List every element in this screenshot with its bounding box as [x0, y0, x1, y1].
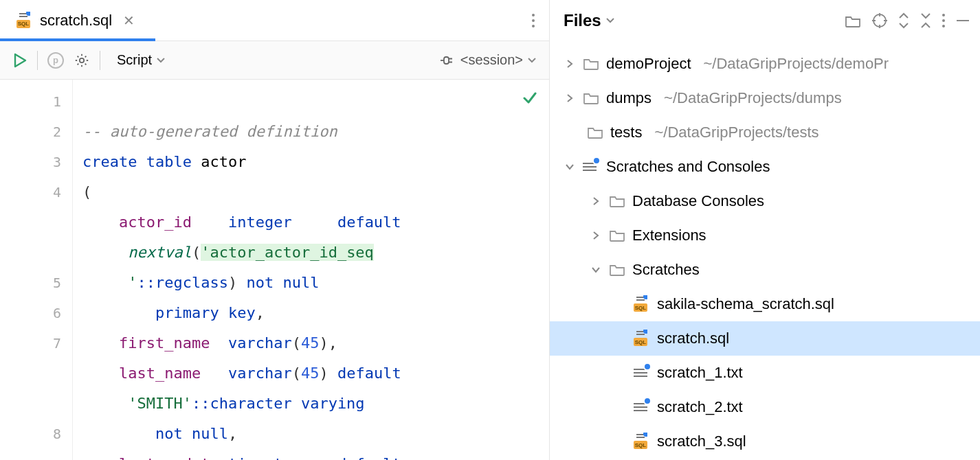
tree-node-file[interactable]: SQL scratch.sql [550, 321, 980, 356]
tree-node-label: sakila-schema_scratch.sql [657, 295, 834, 313]
tree-node-file[interactable]: SQL sakila-schema_scratch.sql [550, 287, 980, 321]
session-label: <session> [460, 52, 523, 68]
tree-node-file[interactable]: scratch_2.txt [550, 390, 980, 424]
tree-node-label: dumps [606, 89, 652, 107]
tree-node-file[interactable]: scratch_1.txt [550, 356, 980, 390]
folder-icon [587, 126, 603, 139]
code-token: , [256, 304, 265, 321]
tree-node-label: tests [610, 124, 642, 141]
code-token: table [146, 153, 192, 170]
expand-collapse-icon[interactable] [898, 12, 910, 30]
editor-toolbar: p Script <ses [0, 41, 549, 80]
chevron-down-icon [527, 57, 537, 64]
target-icon[interactable] [871, 12, 888, 29]
new-directory-icon[interactable] [844, 13, 862, 28]
script-target-dropdown[interactable]: Script [110, 49, 172, 71]
files-title: Files [564, 11, 601, 30]
tree-node-label: scratch.sql [657, 330, 729, 347]
code-token: ' [128, 274, 137, 291]
gutter-line: 4 [0, 177, 72, 207]
code-token: , [328, 334, 337, 352]
svg-point-5 [532, 25, 535, 27]
chevron-down-icon [156, 57, 166, 64]
code-token: ) [228, 274, 237, 291]
chevron-right-icon[interactable] [564, 93, 576, 103]
gutter-line [0, 207, 72, 238]
code-token: default [337, 455, 401, 460]
svg-point-3 [532, 14, 535, 16]
chevron-right-icon[interactable] [590, 196, 602, 206]
code-editor[interactable]: 1 2 3 4 5 6 7 8 -- auto-generated defini… [0, 80, 549, 460]
svg-rect-21 [636, 437, 645, 438]
tree-node-project[interactable]: demoProject ~/DataGripProjects/demoPr [550, 47, 980, 81]
code-token: ( [292, 365, 301, 382]
code-token: last_name [119, 365, 201, 382]
chevron-down-icon[interactable] [590, 266, 602, 274]
code-token: actor_id [119, 214, 192, 231]
code-token: varchar [228, 365, 292, 382]
gear-icon[interactable] [74, 52, 90, 69]
tree-node-folder[interactable]: Database Consoles [550, 184, 980, 218]
plug-icon [438, 54, 456, 67]
analysis-ok-icon[interactable] [522, 89, 538, 106]
editor-tab-scratch[interactable]: SQL scratch.sql ✕ [0, 0, 155, 41]
tree-node-project[interactable]: dumps ~/DataGripProjects/dumps [550, 81, 980, 115]
minimize-icon[interactable] [955, 19, 970, 23]
tree-node-path: ~/DataGripProjects/dumps [664, 89, 842, 107]
tree-node-file[interactable]: SQL scratch_3.sql [550, 424, 980, 459]
tree-node-label: scratch_2.txt [657, 398, 743, 416]
collapse-all-icon[interactable] [920, 12, 932, 30]
code-token: default [337, 365, 401, 382]
gutter-line [0, 238, 72, 268]
files-tree: demoProject ~/DataGripProjects/demoPr du… [550, 41, 980, 459]
tree-node-folder[interactable]: Scratches [550, 253, 980, 287]
files-title-dropdown[interactable]: Files [564, 11, 615, 30]
tree-node-folder[interactable]: Extensions [550, 218, 980, 253]
gutter-line: 1 [0, 87, 72, 117]
gutter-line: 5 [0, 268, 72, 298]
code-token: timestamp [228, 455, 310, 460]
run-icon[interactable] [12, 52, 27, 69]
editor-content[interactable]: -- auto-generated definition create tabl… [73, 80, 549, 460]
code-token: not null [155, 425, 228, 442]
tree-node-label: Scratches and Consoles [606, 158, 770, 176]
svg-rect-18 [636, 334, 645, 335]
chevron-right-icon[interactable] [590, 231, 602, 240]
code-token: -- auto-generated definition [82, 123, 337, 140]
tree-node-scratches-root[interactable]: Scratches and Consoles [550, 150, 980, 184]
editor-tab-label: scratch.sql [40, 12, 112, 30]
code-token: default [337, 214, 401, 231]
more-options-icon[interactable] [942, 13, 946, 28]
chevron-down-icon [605, 17, 615, 24]
code-token: primary key [155, 304, 256, 321]
chevron-right-icon[interactable] [564, 59, 576, 69]
folder-icon [583, 57, 599, 71]
tree-node-label: Database Consoles [632, 192, 764, 210]
gutter-line [0, 389, 72, 419]
p-icon[interactable]: p [47, 52, 64, 69]
tree-node-label: scratch_1.txt [657, 364, 743, 382]
svg-rect-13 [957, 20, 969, 21]
gutter-line [0, 358, 72, 389]
svg-point-2 [26, 12, 30, 16]
svg-point-4 [532, 19, 535, 22]
chevron-down-icon[interactable] [564, 163, 576, 171]
code-token: 'actor_actor_id_seq [201, 244, 374, 261]
script-label: Script [117, 52, 152, 68]
sql-file-icon: SQL [634, 434, 650, 449]
files-panel-header: Files [550, 0, 980, 41]
code-token: create [82, 153, 137, 170]
folder-icon [609, 263, 625, 277]
tab-overflow-menu[interactable] [517, 13, 549, 28]
folder-icon [609, 194, 625, 208]
gutter-line: 8 [0, 419, 72, 449]
code-token: 45 [301, 334, 320, 352]
code-token: ) [319, 334, 328, 352]
code-token: actor [201, 153, 246, 170]
session-dropdown[interactable]: <session> [438, 52, 537, 68]
tree-node-project[interactable]: tests ~/DataGripProjects/tests [550, 115, 980, 150]
close-icon[interactable]: ✕ [119, 11, 139, 30]
code-token: not null [246, 274, 319, 291]
folder-icon [609, 229, 625, 242]
svg-point-7 [80, 58, 84, 62]
